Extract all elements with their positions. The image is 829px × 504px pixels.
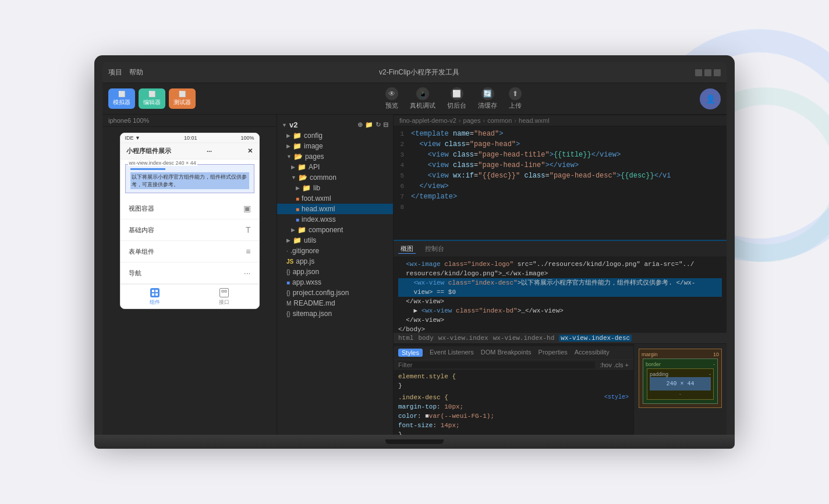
tree-label-sitemap: sitemap.json <box>293 310 332 318</box>
style-tab-dombreakpoints[interactable]: DOM Breakpoints <box>481 349 532 357</box>
desc-highlight-bar <box>130 168 165 170</box>
tree-item-gitignore[interactable]: · .gitignore <box>277 246 393 256</box>
phone-desc-box: wx-view.index-desc 240 × 44 以下将展示小程序官方组件… <box>125 164 254 193</box>
filter-input[interactable] <box>398 361 595 368</box>
box-dimension: 240 × 44 <box>666 381 694 387</box>
phone-close-icon[interactable]: ✕ <box>247 147 253 155</box>
file-icon-sitemap: {} <box>286 311 290 317</box>
new-file-icon[interactable]: ⊕ <box>357 121 363 129</box>
code-line-1: 1 <template name="head"> <box>394 129 727 139</box>
code-editor[interactable]: 1 <template name="head"> 2 <view class="… <box>394 126 727 240</box>
editor-btn[interactable]: ⬜ 编辑器 <box>139 88 165 109</box>
line-content-3: <view class="page-head-title">{{title}}<… <box>411 150 727 160</box>
toolbar: ⬜ 模拟器 ⬜ 编辑器 ⬜ 测试器 <box>102 83 727 115</box>
box-border-dash: - <box>713 361 715 367</box>
upload-label: 上传 <box>509 101 522 110</box>
tree-item-appwxss[interactable]: ■ app.wxss <box>277 277 393 288</box>
upload-icon: ⬆ <box>509 87 522 100</box>
box-border-label: border <box>646 361 661 367</box>
line-num-2: 2 <box>394 139 411 150</box>
tree-item-foot-wxml[interactable]: ■ foot.wxml <box>277 193 393 204</box>
test-btn[interactable]: ⬜ 测试器 <box>169 88 196 109</box>
breadcrumb-part-0: fino-applet-demo-v2 <box>399 117 456 124</box>
style-tab-properties[interactable]: Properties <box>539 349 568 357</box>
chevron-api: ▶ <box>291 164 295 170</box>
tree-item-api[interactable]: ▶ 📁 API <box>277 162 393 172</box>
css-rule-index-desc: .index-desc { <style> margin-top: 10px; … <box>394 392 633 435</box>
preview-tool[interactable]: 👁 预览 <box>385 87 398 110</box>
maximize-btn[interactable] <box>704 69 711 76</box>
tree-item-component[interactable]: ▶ 📁 component <box>277 225 393 235</box>
refresh-icon[interactable]: ↻ <box>375 121 381 129</box>
panel-tab-overview[interactable]: 概图 <box>398 244 416 254</box>
collapse-icon[interactable]: ⊟ <box>383 121 388 129</box>
css-prop-margin-top: margin-top <box>398 403 437 410</box>
tree-item-image[interactable]: ▶ 📁 image <box>277 141 393 151</box>
styles-left: Styles Event Listeners DOM Breakpoints P… <box>394 344 633 435</box>
tree-item-appjson[interactable]: {} app.json <box>277 267 393 277</box>
elem-body[interactable]: body <box>418 335 433 342</box>
editor-label: 编辑器 <box>143 98 161 107</box>
elem-wx-view-index[interactable]: wx-view.index <box>438 335 488 342</box>
tree-item-index-wxss[interactable]: ■ index.wxss <box>277 214 393 225</box>
chevron-common: ▼ <box>291 175 296 180</box>
css-rule-element-style: element.style { } <box>394 371 633 392</box>
line-content-8 <box>411 202 727 212</box>
tree-item-sitemap[interactable]: {} sitemap.json <box>277 308 393 319</box>
file-icon-appwxss: ■ <box>286 279 290 286</box>
tree-label-api: API <box>309 163 320 171</box>
simulator-btn[interactable]: ⬜ 模拟器 <box>108 88 135 109</box>
file-icon-foot: ■ <box>296 196 299 202</box>
style-tab-eventlisteners[interactable]: Event Listeners <box>430 349 474 357</box>
line-content-5: <view wx:if="{{desc}}" class="page-head-… <box>411 171 727 181</box>
phone-more-icon[interactable]: ··· <box>207 148 212 155</box>
elem-html[interactable]: html <box>398 335 413 342</box>
tree-item-appjs[interactable]: JS app.js <box>277 256 393 267</box>
line-num-1: 1 <box>394 129 411 139</box>
css-prop-color: color <box>398 413 417 420</box>
close-btn[interactable] <box>714 69 721 76</box>
phone-tab-component[interactable]: 组件 <box>121 288 190 306</box>
box-model: margin 10 border - <box>633 344 727 435</box>
user-avatar[interactable]: 👤 <box>700 88 721 109</box>
background-tool[interactable]: ⬜ 切后台 <box>447 87 466 110</box>
minimize-btn[interactable] <box>695 69 702 76</box>
file-icon-appjs: JS <box>286 258 293 265</box>
breadcrumb-part-2: common <box>487 117 512 124</box>
tree-item-projectconfig[interactable]: {} project.config.json <box>277 288 393 298</box>
elem-wx-view-desc[interactable]: wx-view.index-desc <box>559 335 632 342</box>
phone-nav-bar: 小程序组件展示 ··· ✕ <box>121 143 259 159</box>
real-device-icon: 📱 <box>416 87 429 100</box>
list-item-nav[interactable]: 导航 ··· <box>121 262 259 284</box>
real-device-tool[interactable]: 📱 真机调试 <box>410 87 435 110</box>
tree-item-common[interactable]: ▼ 📂 common <box>277 172 393 183</box>
elem-wx-view-hd[interactable]: wx-view.index-hd <box>493 335 555 342</box>
list-item-form[interactable]: 表单组件 ≡ <box>121 241 259 262</box>
style-tab-accessibility[interactable]: Accessibility <box>575 349 610 357</box>
menu-item-help[interactable]: 帮助 <box>129 68 143 77</box>
css-source-1[interactable]: <style> <box>604 393 629 402</box>
ide-container: 项目 帮助 v2-FinClip小程序开发工具 ⬜ <box>102 62 727 435</box>
list-item-basic-content[interactable]: 基础内容 T <box>121 219 259 241</box>
phone-tab-api[interactable]: 接口 <box>190 288 259 306</box>
tree-item-pages[interactable]: ▼ 📂 pages <box>277 151 393 162</box>
toolbar-left: ⬜ 模拟器 ⬜ 编辑器 ⬜ 测试器 <box>108 88 196 109</box>
list-item-view-container[interactable]: 视图容器 ▣ <box>121 198 259 219</box>
new-folder-icon[interactable]: 📁 <box>365 121 373 129</box>
menu-item-project[interactable]: 项目 <box>108 68 122 77</box>
tree-item-head-wxml[interactable]: ■ head.wxml <box>277 204 393 214</box>
clear-cache-tool[interactable]: 🔄 清缓存 <box>478 87 497 110</box>
tree-item-utils[interactable]: ▶ 📁 utils <box>277 235 393 246</box>
style-tab-styles[interactable]: Styles <box>398 349 423 357</box>
tree-item-readme[interactable]: M README.md <box>277 298 393 308</box>
tree-item-lib[interactable]: ▶ 📁 lib <box>277 183 393 193</box>
upload-tool[interactable]: ⬆ 上传 <box>509 87 522 110</box>
real-device-label: 真机调试 <box>410 101 435 110</box>
chevron-pages: ▼ <box>286 154 292 159</box>
css-color-swatch: ■ <box>425 413 429 420</box>
chevron-utils: ▶ <box>286 237 290 243</box>
panel-tab-console[interactable]: 控制台 <box>423 244 447 253</box>
tree-item-config[interactable]: ▶ 📁 config <box>277 130 393 141</box>
clear-cache-icon: 🔄 <box>481 87 494 100</box>
list-item-label-0: 视图容器 <box>129 204 154 213</box>
